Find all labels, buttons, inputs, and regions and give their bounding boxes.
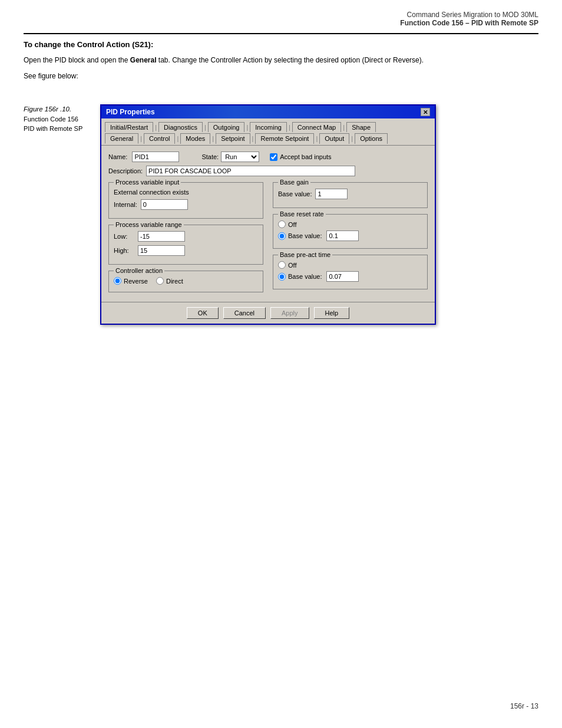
tab-general[interactable]: General <box>105 133 138 144</box>
preact-off-radio[interactable] <box>278 261 286 269</box>
name-state-row: Name: State: Run Accept bad inputs <box>108 151 428 162</box>
base-gain-title: Base gain <box>278 179 310 186</box>
base-preact-input[interactable] <box>326 271 359 282</box>
base-gain-input[interactable] <box>315 189 348 199</box>
tab-output[interactable]: Output <box>319 133 349 144</box>
form-columns: Process variable input External connecti… <box>108 182 428 296</box>
pid-properties-dialog: PID Properties ✕ Initial/Restart | Diagn… <box>100 104 436 325</box>
tab-remote-setpoint[interactable]: Remote Setpoint <box>255 133 314 144</box>
reverse-label: Reverse <box>124 278 148 285</box>
left-column: Process variable input External connecti… <box>108 182 263 296</box>
dialog-titlebar: PID Properties ✕ <box>101 106 435 118</box>
pv-input-group: Process variable input External connecti… <box>108 182 263 219</box>
ext-conn-row: External connection exists <box>114 189 258 196</box>
close-button[interactable]: ✕ <box>421 108 430 116</box>
tab-options[interactable]: Options <box>355 133 388 144</box>
apply-button[interactable]: Apply <box>270 307 309 319</box>
base-preact-group: Base pre-act time Off Base value: <box>273 255 428 289</box>
base-reset-group: Base reset rate Off Base value: <box>273 214 428 249</box>
intro-section: To change the Control Action (S21): Open… <box>0 34 562 82</box>
reset-base-label: Base value: <box>288 232 322 239</box>
reverse-radio[interactable] <box>114 277 121 285</box>
dialog-body: Name: State: Run Accept bad inputs Descr… <box>101 146 435 302</box>
accept-bad-checkbox[interactable] <box>270 153 277 161</box>
reset-base-radio[interactable] <box>278 232 286 240</box>
internal-label: Internal: <box>114 201 137 208</box>
figure-title: Figure 156r .10. <box>24 106 94 113</box>
tabs-row2: General | Control | Modes | Setpoint | R… <box>105 133 431 144</box>
tab-shape[interactable]: Shape <box>346 122 376 132</box>
cancel-button[interactable]: Cancel <box>223 307 266 319</box>
preact-base-radio[interactable] <box>278 273 286 281</box>
ext-conn-label: External connection exists <box>114 189 189 196</box>
intro-para2: See figure below: <box>24 71 538 82</box>
state-label: State: <box>201 153 219 160</box>
direct-label: Direct <box>166 278 183 285</box>
page-header: Command Series Migration to MOD 30ML Fun… <box>0 0 562 29</box>
high-row: High: <box>114 245 258 256</box>
base-preact-title: Base pre-act time <box>278 251 332 258</box>
direct-radio[interactable] <box>156 277 164 285</box>
high-label: High: <box>114 247 134 254</box>
description-input[interactable] <box>146 166 355 176</box>
reset-base-row: Base value: <box>278 230 422 241</box>
tab-setpoint[interactable]: Setpoint <box>216 133 250 144</box>
figure-label: Figure 156r .10. Function Code 156 PID w… <box>24 104 100 325</box>
high-input[interactable] <box>138 245 185 256</box>
dialog-footer: OK Cancel Apply Help <box>101 302 435 324</box>
reset-off-row: Off <box>278 220 422 228</box>
internal-input[interactable] <box>141 199 188 210</box>
tab-outgoing[interactable]: Outgoing <box>208 122 245 132</box>
preact-off-row: Off <box>278 261 422 269</box>
intro-para1: Open the PID block and open the General … <box>24 55 538 66</box>
figure-sub1: Function Code 156 <box>24 115 94 124</box>
preact-base-label: Base value: <box>288 273 322 280</box>
name-label: Name: <box>108 153 127 160</box>
pv-input-title: Process variable input <box>114 179 181 186</box>
preact-base-row: Base value: <box>278 271 422 282</box>
state-select[interactable]: Run <box>221 151 259 162</box>
base-gain-group: Base gain Base value: <box>273 182 428 208</box>
help-button[interactable]: Help <box>314 307 350 319</box>
figure-sub2: PID with Remote SP <box>24 124 94 133</box>
header-line2: Function Code 156 – PID with Remote SP <box>24 19 538 27</box>
tab-initial-restart[interactable]: Initial/Restart <box>105 122 153 132</box>
page-footer: 156r - 13 <box>510 702 538 710</box>
controller-action-group: Controller action Reverse Direct <box>108 271 263 292</box>
base-value-label: Base value: <box>278 190 312 197</box>
low-input[interactable] <box>138 231 185 242</box>
description-row: Description: <box>108 166 428 176</box>
right-column: Base gain Base value: Base reset rate <box>273 182 428 296</box>
base-gain-value-row: Base value: <box>278 189 422 199</box>
description-label: Description: <box>108 167 143 174</box>
tabs-area: Initial/Restart | Diagnostics | Outgoing… <box>101 118 435 146</box>
page-number: 156r - 13 <box>510 702 538 710</box>
internal-row: Internal: <box>114 199 258 210</box>
tab-incoming[interactable]: Incoming <box>250 122 287 132</box>
dialog-title: PID Properties <box>106 108 155 116</box>
tab-modes[interactable]: Modes <box>180 133 210 144</box>
reset-off-radio[interactable] <box>278 220 286 228</box>
pv-range-group: Process variable range Low: High: <box>108 225 263 265</box>
controller-action-title: Controller action <box>114 267 164 274</box>
tab-control[interactable]: Control <box>144 133 175 144</box>
header-line1: Command Series Migration to MOD 30ML <box>24 11 538 19</box>
ok-button[interactable]: OK <box>187 307 219 319</box>
controller-action-row: Reverse Direct <box>114 277 258 285</box>
reset-off-label: Off <box>288 221 296 228</box>
accept-bad-label[interactable]: Accept bad inputs <box>270 153 331 161</box>
intro-heading: To change the Control Action (S21): <box>24 40 538 49</box>
pv-range-title: Process variable range <box>114 221 184 228</box>
name-input[interactable] <box>132 151 179 162</box>
base-reset-input[interactable] <box>326 230 359 241</box>
low-row: Low: <box>114 231 258 242</box>
content-area: Figure 156r .10. Function Code 156 PID w… <box>0 87 562 342</box>
low-label: Low: <box>114 233 134 240</box>
state-section: State: Run <box>201 151 259 162</box>
base-reset-title: Base reset rate <box>278 210 326 218</box>
tab-connect-map[interactable]: Connect Map <box>292 122 341 132</box>
preact-off-label: Off <box>288 262 296 269</box>
tab-diagnostics[interactable]: Diagnostics <box>158 122 203 132</box>
tabs-row1: Initial/Restart | Diagnostics | Outgoing… <box>105 122 431 132</box>
